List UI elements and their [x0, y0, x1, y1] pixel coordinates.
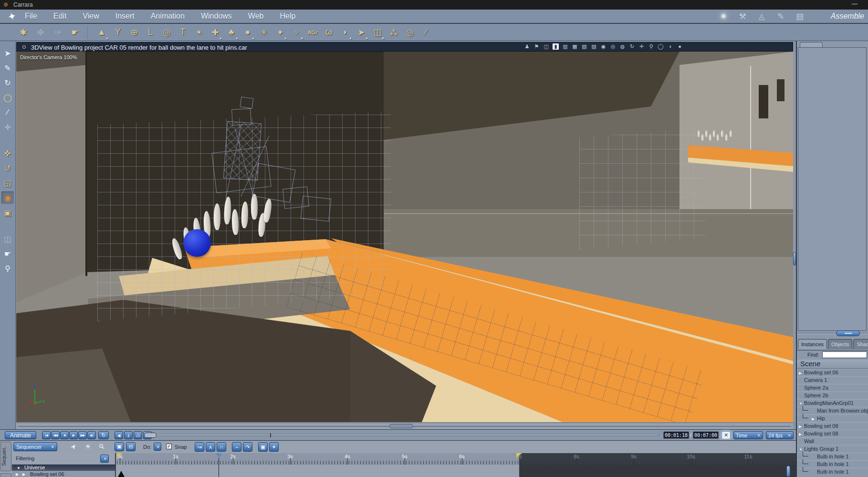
align-tool-icon[interactable]: ▣ — [1, 206, 14, 219]
textured-sphere-icon[interactable]: ◎ — [610, 43, 616, 50]
plant-icon[interactable]: ✳ — [257, 25, 271, 40]
light-icon[interactable]: ☀ — [85, 443, 91, 450]
cancel-render-button[interactable]: ✕ — [722, 431, 731, 439]
expand-triangle-icon[interactable]: ▶ — [22, 472, 25, 477]
tree-row[interactable]: Camera 1 — [797, 376, 868, 384]
hand-tool-icon[interactable]: ☛ — [1, 247, 14, 260]
h-scroll-thumb[interactable] — [389, 424, 413, 428]
bone-icon[interactable]: ∕ — [419, 25, 433, 40]
menu-animation[interactable]: Animation — [151, 12, 185, 21]
pan-hand-icon[interactable]: ✥ — [33, 25, 48, 40]
tweener-bezier-icon[interactable]: ↝ — [195, 442, 204, 452]
target-icon[interactable]: ◎ — [403, 25, 417, 40]
time-slider[interactable] — [143, 434, 659, 436]
tweener-arc-icon[interactable]: ⌢ — [232, 442, 241, 452]
tweener-burst-icon[interactable]: ✶ — [269, 442, 279, 452]
zoom-view-icon[interactable]: ⚲ — [648, 43, 654, 50]
browser-area[interactable] — [798, 47, 867, 331]
tube-icon[interactable]: L — [143, 25, 157, 40]
playhead-marker[interactable] — [216, 453, 222, 458]
layout-single-icon[interactable]: ▮ — [553, 43, 559, 50]
tweener-box-icon[interactable]: ▣ — [258, 442, 268, 452]
current-time-field[interactable]: 00:01:18 — [663, 432, 689, 439]
hotpoint-tool-icon[interactable]: ◉ — [1, 191, 14, 204]
viewport-h-scrollbar[interactable] — [16, 423, 793, 429]
stop-button[interactable]: ■ — [60, 431, 69, 439]
select-tool-icon[interactable]: ➤ — [1, 47, 14, 59]
scale-tool-icon[interactable]: ◱ — [1, 177, 14, 189]
find-input[interactable] — [822, 351, 867, 358]
expand-triangle-icon[interactable]: ▶ — [799, 370, 804, 377]
total-time-field[interactable]: 00:07:00 — [693, 432, 719, 439]
tab-objects[interactable]: Objects — [828, 339, 852, 349]
tree-row[interactable]: Sphere 2b — [797, 392, 868, 399]
tab-instances[interactable]: Instances — [798, 339, 827, 349]
plane-flag-icon[interactable]: ⚑ — [533, 43, 540, 50]
menu-help[interactable]: Help — [280, 12, 295, 21]
sequencer-v-scroll-thumb[interactable] — [786, 466, 790, 477]
point-finger-icon[interactable]: ☛ — [68, 25, 82, 40]
hierarchy-icon[interactable]: ⁂ — [387, 25, 401, 40]
tree-icon[interactable]: ♣▸ — [224, 25, 239, 40]
scale-toggle-button[interactable]: ▣ — [115, 442, 124, 451]
glass-icon[interactable]: Y — [111, 25, 125, 40]
menu-windows[interactable]: Windows — [201, 12, 232, 21]
assemble-hand-icon[interactable]: ✳ — [717, 11, 730, 22]
range-end-marker[interactable] — [516, 453, 522, 458]
sequencer-mode-dropdown[interactable]: Sequencer » — [13, 442, 57, 451]
tree-row[interactable]: ▶Bowling set 08 — [797, 422, 868, 430]
collapse-triangle-icon[interactable]: ▼ — [17, 466, 21, 470]
particle-sphere-icon[interactable]: ✶ — [192, 25, 206, 40]
animate-button[interactable]: Animate — [5, 431, 36, 439]
joint-tool-icon[interactable]: ✱ — [16, 25, 31, 40]
move-tool-icon[interactable]: ✜ — [1, 147, 14, 159]
sequencer-vertical-tab[interactable]: Sequen. — [0, 442, 11, 471]
minimize-button[interactable]: — — [852, 0, 858, 7]
cursor-tool-icon[interactable]: ➤ — [69, 442, 78, 451]
texture-brush-icon[interactable]: ✎ — [774, 11, 787, 22]
layout-4pane-icon[interactable]: ▦ — [572, 43, 578, 50]
draw-tool-icon[interactable]: ✎ — [1, 62, 14, 74]
tree-row[interactable]: ▶Hip — [797, 414, 868, 422]
browser-vertical-tab[interactable]: ws. — [0, 473, 11, 477]
loop-button[interactable]: ↻ — [98, 431, 109, 439]
arrow-icon[interactable]: ➤▸ — [354, 25, 368, 40]
menu-web[interactable]: Web — [248, 12, 264, 21]
uv-edit-icon[interactable]: ◬ — [755, 11, 768, 22]
play-button[interactable]: ▶ — [69, 431, 78, 439]
snap-checkbox[interactable]: ✓ — [166, 444, 172, 449]
track-row[interactable]: ▶ ▶ Bowling set 06 — [12, 471, 115, 477]
time-slider-thumb[interactable] — [144, 433, 157, 438]
frame-rate-dropdown[interactable]: 24 fps » — [766, 431, 794, 439]
time-mode-dropdown[interactable]: Time » — [733, 431, 763, 439]
fil tering-row[interactable]: Filtering » — [12, 453, 115, 465]
keyframe-marker[interactable] — [118, 471, 125, 477]
wrench-tool-icon[interactable]: ✛ — [1, 121, 14, 133]
frame-back-button[interactable]: ◀◀ — [51, 431, 60, 439]
render-preview-icon[interactable]: ♟ — [524, 43, 530, 50]
tree-row[interactable]: ▶Bowling set 08 — [797, 430, 868, 437]
viewport-3d[interactable]: z y x Director's Camera 100% — [16, 52, 793, 422]
menu-edit[interactable]: Edit — [53, 12, 67, 21]
tweener-curve-icon[interactable]: ↷ — [243, 442, 252, 452]
prev-key-button[interactable]: ◀ — [115, 431, 123, 439]
layout-3pane-icon[interactable]: ▧ — [581, 43, 587, 50]
fire-icon[interactable]: ✧▸ — [289, 25, 303, 40]
menu-insert[interactable]: Insert — [115, 12, 135, 21]
gums-icon[interactable]: ω — [322, 25, 336, 40]
filtering-dropdown-button[interactable]: » — [100, 455, 109, 463]
expand-triangle-icon[interactable]: ▶ — [812, 415, 817, 423]
range-start-marker[interactable] — [117, 453, 123, 458]
camera-icon[interactable]: ◫▸ — [370, 25, 385, 40]
add-key-button[interactable]: ⚷ — [124, 431, 133, 439]
particles-icon[interactable]: ✦▸ — [273, 25, 287, 40]
universe-row[interactable]: ▼ Universe — [12, 465, 115, 471]
go-start-button[interactable]: |◀ — [42, 431, 51, 439]
menu-view[interactable]: View — [83, 12, 99, 21]
camera-dolly-tool-icon[interactable]: ◫ — [1, 233, 14, 245]
go-end-button[interactable]: ▶| — [87, 431, 96, 439]
frame-forward-button[interactable]: ▶▶ — [78, 431, 87, 439]
slide-toggle-button[interactable]: ⊟ — [126, 442, 136, 451]
layout-2pane-icon[interactable]: ▥ — [562, 43, 568, 50]
tree-row[interactable]: Wall — [797, 437, 868, 445]
